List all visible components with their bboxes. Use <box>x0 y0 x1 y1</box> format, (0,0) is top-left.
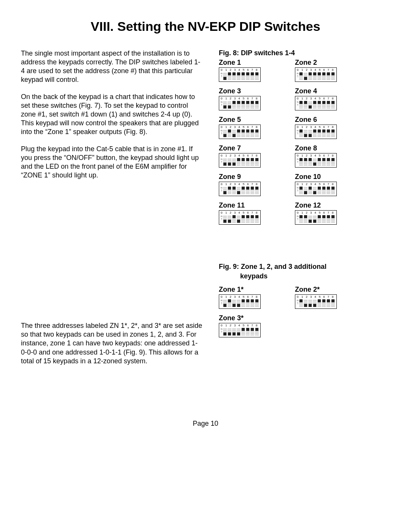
dip-number-row: 012345678 <box>221 97 259 100</box>
dip-switch-diagram: 012345678N↑ <box>295 125 337 139</box>
dip-switch <box>299 299 303 307</box>
dip-switch <box>304 72 307 80</box>
dip-switch <box>299 158 303 166</box>
dip-switch <box>317 158 321 166</box>
dip-switch <box>322 187 326 194</box>
dip-switch <box>232 158 236 166</box>
zone-cell: Zone 2012345678N↑ <box>295 59 371 82</box>
fig8-title: Fig. 8: DIP switches 1-4 <box>219 49 390 57</box>
dip-switch <box>237 129 241 137</box>
left-column: The single most important aspect of the … <box>21 49 204 374</box>
dip-switch-diagram: 012345678N↑ <box>295 96 337 110</box>
dip-switch <box>304 158 307 166</box>
dip-switch <box>232 129 236 137</box>
dip-switch <box>317 101 321 109</box>
dip-switch <box>232 187 236 194</box>
dip-switch <box>299 101 303 109</box>
dip-switch-diagram: 012345678N↑ <box>295 153 337 168</box>
dip-switch <box>228 299 231 307</box>
dip-switch <box>308 158 312 166</box>
dip-switch <box>241 187 245 194</box>
dip-switch <box>322 215 326 223</box>
dip-switch <box>255 328 259 335</box>
paragraph-3: Plug the keypad into the Cat-5 cable tha… <box>21 145 204 180</box>
dip-switch-diagram: 012345678N↑ <box>219 67 261 82</box>
zone-cell: Zone 10012345678N↑ <box>295 173 371 196</box>
dip-number-row: 012345678 <box>297 154 335 157</box>
dip-switch-diagram: 012345678N↑ <box>219 210 261 225</box>
dip-switch <box>241 129 245 137</box>
dip-switch <box>223 215 227 223</box>
dip-switch <box>246 215 250 223</box>
dip-switch <box>241 158 245 166</box>
dip-switch <box>317 187 321 194</box>
dip-switch <box>232 215 236 223</box>
zone-cell: Zone 7012345678N↑ <box>219 144 295 168</box>
dip-switch <box>322 72 326 80</box>
fig9-title: Fig. 9: Zone 1, 2, and 3 additional <box>219 263 390 271</box>
dip-number-row: 012345678 <box>297 296 335 299</box>
dip-switch <box>313 187 317 194</box>
dip-switch <box>299 187 303 194</box>
dip-switch-diagram: 012345678N↑ <box>219 182 261 196</box>
page-number: Page 10 <box>21 420 390 428</box>
dip-switch <box>250 101 254 109</box>
dip-switch <box>241 299 245 307</box>
dip-switch <box>246 187 250 194</box>
zone-label: Zone 1 <box>219 59 295 67</box>
dip-switch <box>308 72 312 80</box>
dip-switch <box>308 187 312 194</box>
dip-switch <box>246 129 250 137</box>
dip-switch <box>237 187 241 194</box>
dip-number-row: 012345678 <box>221 183 259 186</box>
dip-switch <box>255 101 259 109</box>
dip-switch-diagram: 012345678N↑ <box>295 294 337 309</box>
two-column-layout: The single most important aspect of the … <box>21 49 390 374</box>
dip-switch <box>313 101 317 109</box>
dip-switch <box>237 299 241 307</box>
dip-switch <box>304 129 307 137</box>
dip-switch <box>237 158 241 166</box>
dip-switch <box>317 129 321 137</box>
dip-switch <box>327 158 330 166</box>
dip-switch-diagram: 012345678N↑ <box>295 67 337 82</box>
dip-number-row: 012345678 <box>221 154 259 157</box>
zone-label: Zone 9 <box>219 173 295 181</box>
dip-switch-diagram: 012345678N↑ <box>295 182 337 196</box>
dip-switch <box>308 215 312 223</box>
dip-switch <box>313 72 317 80</box>
dip-switch-diagram: 012345678N↑ <box>219 323 261 337</box>
zone-label: Zone 5 <box>219 116 295 124</box>
dip-switch <box>232 328 236 335</box>
dip-switch <box>250 158 254 166</box>
fig8-grid: Zone 1012345678N↑Zone 2012345678N↑Zone 3… <box>219 59 390 225</box>
zone-label: Zone 2 <box>295 59 371 67</box>
zone-cell: Zone 6012345678N↑ <box>295 116 371 139</box>
dip-switch <box>223 158 227 166</box>
dip-switch <box>317 72 321 80</box>
dip-switch <box>246 101 250 109</box>
dip-switch <box>313 129 317 137</box>
dip-switch <box>246 158 250 166</box>
zone-cell: Zone 3012345678N↑ <box>219 87 295 110</box>
zone-label: Zone 12 <box>295 201 371 209</box>
dip-switch <box>228 215 231 223</box>
fig9-grid: Zone 1*012345678N↑Zone 2*012345678N↑Zone… <box>219 286 390 337</box>
dip-switch <box>331 72 335 80</box>
dip-switch <box>327 101 330 109</box>
dip-switch <box>223 129 227 137</box>
zone-label: Zone 3 <box>219 87 295 95</box>
zone-cell: Zone 3*012345678N↑ <box>219 314 295 337</box>
dip-switch <box>223 101 227 109</box>
paragraph-4: The three addresses labeled ZN 1*, 2*, a… <box>21 321 204 365</box>
dip-switch <box>331 299 335 307</box>
dip-switch <box>308 299 312 307</box>
dip-number-row: 012345678 <box>297 69 335 72</box>
dip-switch <box>250 215 254 223</box>
paragraph-1: The single most important aspect of the … <box>21 49 204 84</box>
dip-switch <box>223 299 227 307</box>
dip-switch <box>327 72 330 80</box>
dip-switch-diagram: 012345678N↑ <box>219 294 261 309</box>
dip-number-row: 012345678 <box>297 183 335 186</box>
dip-switch <box>250 328 254 335</box>
